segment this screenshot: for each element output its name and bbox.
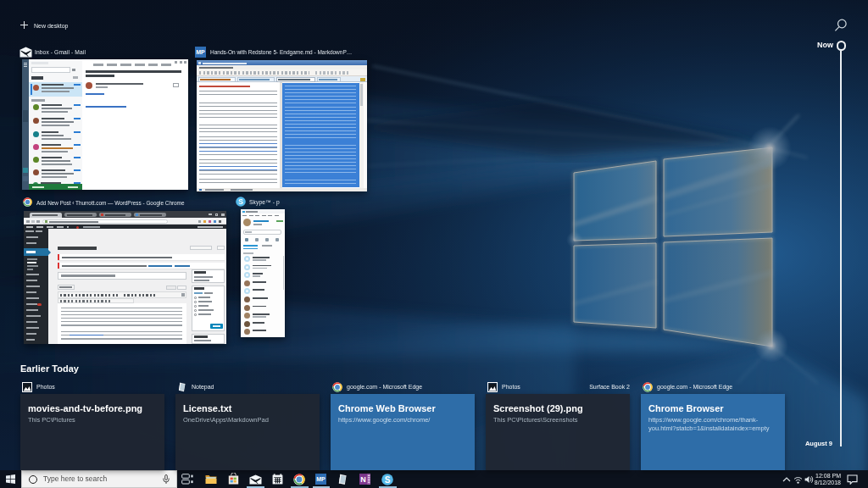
svg-text:S: S bbox=[385, 475, 391, 485]
svg-text:S: S bbox=[238, 197, 243, 206]
svg-text:N: N bbox=[360, 475, 366, 484]
